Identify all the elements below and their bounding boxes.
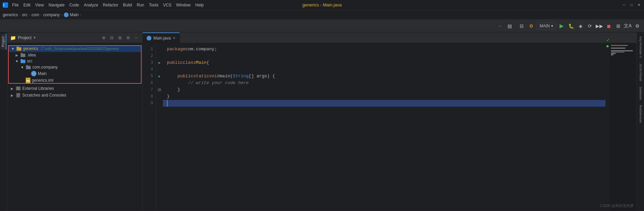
menu-bar: File Edit View Navigate Code Analyze Ref… — [10, 2, 206, 8]
breadcrumb-generics[interactable]: generics — [3, 12, 18, 17]
run-button[interactable]: ▶ — [558, 22, 566, 30]
breadcrumb-com[interactable]: com — [31, 12, 39, 17]
breadcrumb-src[interactable]: src — [22, 12, 27, 17]
settings-button[interactable]: ⚙ — [633, 22, 641, 30]
src-folder-icon — [20, 59, 26, 63]
mini-line-6 — [611, 52, 624, 53]
code-line-9[interactable] — [163, 100, 605, 107]
mini-line-5 — [611, 50, 633, 51]
gutter-row-5: ▶ — [157, 73, 162, 80]
gutter-row-3[interactable]: ▶ — [157, 59, 162, 66]
back-button[interactable]: ← — [496, 22, 504, 30]
menu-build[interactable]: Build — [121, 2, 134, 8]
code-content[interactable]: package com.company; public class Main {… — [163, 43, 605, 211]
menu-analyze[interactable]: Analyze — [82, 2, 100, 8]
root-label: generics — [23, 46, 38, 51]
mini-line-2 — [611, 46, 635, 47]
expand-all-button[interactable]: ⊞ — [117, 34, 123, 41]
tree-item-iml[interactable]: ▶ IML generics.iml — [8, 77, 142, 84]
src-label: src — [27, 59, 32, 63]
menu-help[interactable]: Help — [193, 2, 206, 8]
svg-rect-17 — [17, 88, 20, 89]
maximize-button[interactable]: □ — [629, 3, 634, 7]
tree-item-com-company[interactable]: ▼ com.company — [8, 64, 142, 70]
tree-arrow-src: ▼ — [15, 59, 19, 63]
minimize-button[interactable]: ─ — [622, 3, 626, 7]
tree-item-main[interactable]: ▶ Main — [8, 70, 142, 77]
project-tree: ▼ generics C:\zdh_Study\code\java\test20… — [7, 43, 142, 211]
right-tab-restservices[interactable]: RestServices — [638, 102, 643, 126]
stop-button[interactable]: ◼ — [605, 22, 613, 30]
right-tab-json-parser[interactable]: JSON Parser — [638, 61, 643, 84]
java-tab-icon — [147, 36, 151, 41]
run-arrow-3[interactable]: ▶ — [158, 61, 160, 65]
code-line-5: public static void main(String[] args) { — [167, 73, 601, 80]
breadcrumb-sep-3: › — [41, 12, 42, 17]
tree-arrow-idea: ▶ — [15, 53, 19, 57]
code-container: 1 2 3 4 5 6 7 8 9 ▶ ▶ — [143, 43, 637, 211]
iml-file-icon: IML — [26, 78, 30, 83]
editor-area: Main.java ✕ 1 2 3 4 5 6 7 8 9 — [143, 32, 637, 211]
tree-item-root[interactable]: ▼ generics C:\zdh_Study\code\java\test20… — [8, 45, 142, 52]
gutter-row-9 — [157, 100, 162, 107]
gutter-row-8 — [157, 93, 162, 100]
layout-button[interactable]: ⊞ — [614, 22, 622, 30]
main-java-tab[interactable]: Main.java ✕ — [143, 32, 180, 43]
svg-rect-16 — [17, 87, 20, 88]
tree-arrow-root: ▼ — [11, 47, 15, 51]
breakpoint-icon-7 — [157, 88, 162, 92]
menu-vcs[interactable]: VCS — [161, 2, 174, 8]
collapse-all-button[interactable]: ⊟ — [108, 34, 115, 41]
tree-item-src[interactable]: ▼ src — [8, 58, 142, 64]
menu-view[interactable]: View — [33, 2, 46, 8]
svg-rect-7 — [21, 59, 23, 60]
menu-window[interactable]: Window — [174, 2, 193, 8]
menu-navigate[interactable]: Navigate — [47, 2, 67, 8]
main-label: Main — [38, 71, 47, 76]
tree-item-idea[interactable]: ▶ .idea — [8, 52, 142, 58]
breadcrumb-sep-5: › — [80, 12, 81, 17]
tab-close-button[interactable]: ✕ — [173, 36, 175, 40]
tree-item-external-libs[interactable]: ▶ External Libraries — [7, 85, 142, 92]
collapse-button[interactable]: ⊟ — [518, 22, 526, 30]
project-tab[interactable]: Project — [1, 34, 6, 50]
build-button[interactable]: ⚙ — [527, 22, 535, 30]
title-bar-left: I File Edit View Navigate Code Analyze R… — [3, 2, 206, 8]
right-tab-key-promoter[interactable]: Key Promoter X — [638, 34, 643, 61]
scratches-icon — [16, 93, 21, 98]
tree-arrow-scratches: ▶ — [10, 93, 14, 97]
breadcrumb-company[interactable]: company — [43, 12, 60, 17]
menu-edit[interactable]: Edit — [21, 2, 32, 8]
locate-button[interactable]: ⊕ — [100, 34, 107, 41]
forward-button[interactable]: ▤ — [505, 22, 514, 30]
gutter-row-1 — [157, 46, 162, 53]
breadcrumb-main[interactable]: Main — [70, 12, 79, 17]
svg-rect-8 — [26, 66, 31, 69]
menu-code[interactable]: Code — [67, 2, 81, 8]
coverage-button[interactable]: ◈ — [576, 22, 585, 30]
profile-button[interactable]: ⟳ — [586, 22, 594, 30]
run-config-selector[interactable]: MAIN ▾ — [537, 23, 556, 29]
debug-button[interactable]: 🐛 — [567, 22, 575, 30]
panel-settings-button[interactable]: ⚙ — [125, 34, 131, 41]
svg-rect-3 — [17, 47, 19, 48]
right-tab-database[interactable]: Database — [638, 84, 643, 103]
panel-minimize-button[interactable]: ─ — [133, 34, 140, 41]
menu-run[interactable]: Run — [135, 2, 146, 8]
validation-checkmark: ✓ — [606, 37, 610, 43]
menu-tools[interactable]: Tools — [147, 2, 160, 8]
close-button[interactable]: ✕ — [637, 3, 641, 7]
minimap — [610, 43, 637, 211]
svg-rect-2 — [17, 47, 21, 51]
ext-libs-label: External Libraries — [22, 86, 54, 91]
gutter-row-2 — [157, 53, 162, 59]
run-arrow-5[interactable]: ▶ — [158, 74, 160, 78]
translate-button[interactable]: 文A — [624, 22, 632, 30]
main-class-icon — [64, 12, 69, 17]
tree-item-scratches[interactable]: ▶ Scratches and Consoles — [7, 92, 142, 99]
menu-refactor[interactable]: Refactor — [101, 2, 120, 8]
menu-file[interactable]: File — [10, 2, 21, 8]
panel-dropdown[interactable]: Project ▼ — [18, 35, 36, 40]
run-anything-button[interactable]: ▶▶ — [595, 22, 603, 30]
window-title: generics - Main.java — [302, 2, 342, 7]
